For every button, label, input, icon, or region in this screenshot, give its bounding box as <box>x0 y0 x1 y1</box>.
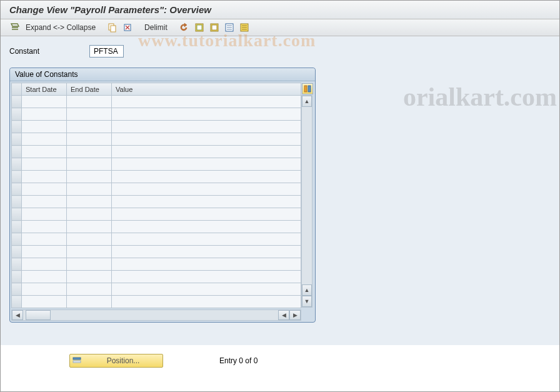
expand-collapse-button[interactable]: Expand <-> Collapse <box>24 23 97 32</box>
cell-end-date[interactable] <box>67 271 112 283</box>
row-selector[interactable] <box>12 258 22 271</box>
table-row[interactable] <box>12 271 301 283</box>
cell-start-date[interactable] <box>22 133 67 146</box>
row-selector[interactable] <box>12 208 22 221</box>
scroll-down-button[interactable]: ▼ <box>302 296 312 307</box>
cell-start-date[interactable] <box>22 221 67 233</box>
scroll-left2-button[interactable]: ◀ <box>278 310 289 320</box>
row-selector[interactable] <box>12 271 22 283</box>
scroll-right-button[interactable]: ▶ <box>289 310 301 320</box>
copy-icon[interactable] <box>107 22 118 33</box>
cell-end-date[interactable] <box>67 208 112 221</box>
table-row[interactable] <box>12 196 301 208</box>
undo-icon[interactable] <box>179 22 190 33</box>
constant-value[interactable]: PFTSA <box>89 45 124 58</box>
cell-end-date[interactable] <box>67 133 112 146</box>
cell-end-date[interactable] <box>67 296 112 308</box>
table-row[interactable] <box>12 221 301 233</box>
scroll-left-button[interactable]: ◀ <box>12 310 23 320</box>
cell-start-date[interactable] <box>22 108 67 121</box>
cell-start-date[interactable] <box>22 208 67 221</box>
cell-start-date[interactable] <box>22 233 67 246</box>
cell-value[interactable] <box>112 108 301 121</box>
scroll-up2-button[interactable]: ▲ <box>302 284 312 296</box>
cell-end-date[interactable] <box>67 121 112 133</box>
row-selector[interactable] <box>12 196 22 208</box>
cell-value[interactable] <box>112 208 301 221</box>
cell-value[interactable] <box>112 221 301 233</box>
constants-table[interactable]: Start Date End Date Value <box>11 83 301 308</box>
cell-value[interactable] <box>112 283 301 296</box>
row-selector[interactable] <box>12 146 22 158</box>
cell-start-date[interactable] <box>22 196 67 208</box>
export-icon[interactable] <box>239 22 250 33</box>
row-selector-header[interactable] <box>12 83 22 96</box>
cell-start-date[interactable] <box>22 246 67 258</box>
position-button[interactable]: Position... <box>69 354 163 368</box>
table-row[interactable] <box>12 133 301 146</box>
cell-value[interactable] <box>112 296 301 308</box>
table-row[interactable] <box>12 283 301 296</box>
horizontal-scrollbar[interactable]: ◀ ◀ ▶ <box>11 309 301 321</box>
table-row[interactable] <box>12 246 301 258</box>
table-row[interactable] <box>12 108 301 121</box>
table-row[interactable] <box>12 233 301 246</box>
cell-start-date[interactable] <box>22 146 67 158</box>
cell-start-date[interactable] <box>22 258 67 271</box>
col-end-date[interactable]: End Date <box>67 83 112 96</box>
row-selector[interactable] <box>12 133 22 146</box>
cell-end-date[interactable] <box>67 96 112 108</box>
table-row[interactable] <box>12 96 301 108</box>
table-row[interactable] <box>12 158 301 171</box>
cell-value[interactable] <box>112 183 301 196</box>
cell-value[interactable] <box>112 246 301 258</box>
cell-value[interactable] <box>112 121 301 133</box>
cell-value[interactable] <box>112 196 301 208</box>
cell-start-date[interactable] <box>22 271 67 283</box>
cell-start-date[interactable] <box>22 121 67 133</box>
cell-value[interactable] <box>112 158 301 171</box>
cell-value[interactable] <box>112 271 301 283</box>
cell-start-date[interactable] <box>22 96 67 108</box>
row-selector[interactable] <box>12 221 22 233</box>
cell-end-date[interactable] <box>67 146 112 158</box>
row-selector[interactable] <box>12 121 22 133</box>
cell-end-date[interactable] <box>67 221 112 233</box>
column-config-button[interactable] <box>302 83 313 94</box>
select-all-icon[interactable] <box>194 22 205 33</box>
row-selector[interactable] <box>12 171 22 183</box>
cell-end-date[interactable] <box>67 283 112 296</box>
table-row[interactable] <box>12 258 301 271</box>
table-row[interactable] <box>12 146 301 158</box>
cell-start-date[interactable] <box>22 171 67 183</box>
cell-end-date[interactable] <box>67 258 112 271</box>
row-selector[interactable] <box>12 233 22 246</box>
cell-value[interactable] <box>112 133 301 146</box>
row-selector[interactable] <box>12 246 22 258</box>
row-selector[interactable] <box>12 283 22 296</box>
cell-end-date[interactable] <box>67 196 112 208</box>
table-row[interactable] <box>12 183 301 196</box>
vertical-scrollbar[interactable]: ▲ ▲ ▼ <box>301 95 312 308</box>
scroll-thumb[interactable] <box>26 310 51 320</box>
row-selector[interactable] <box>12 158 22 171</box>
table-row[interactable] <box>12 121 301 133</box>
cell-end-date[interactable] <box>67 158 112 171</box>
cell-end-date[interactable] <box>67 246 112 258</box>
cell-value[interactable] <box>112 146 301 158</box>
deselect-all-icon[interactable] <box>209 22 220 33</box>
print-icon[interactable] <box>224 22 235 33</box>
col-value[interactable]: Value <box>112 83 301 96</box>
table-row[interactable] <box>12 296 301 308</box>
table-row[interactable] <box>12 171 301 183</box>
cell-end-date[interactable] <box>67 171 112 183</box>
cell-value[interactable] <box>112 96 301 108</box>
scroll-up-button[interactable]: ▲ <box>302 96 312 107</box>
cell-start-date[interactable] <box>22 158 67 171</box>
details-icon[interactable] <box>9 22 21 33</box>
row-selector[interactable] <box>12 296 22 308</box>
cell-end-date[interactable] <box>67 108 112 121</box>
delete-icon[interactable] <box>122 22 133 33</box>
table-row[interactable] <box>12 208 301 221</box>
row-selector[interactable] <box>12 183 22 196</box>
